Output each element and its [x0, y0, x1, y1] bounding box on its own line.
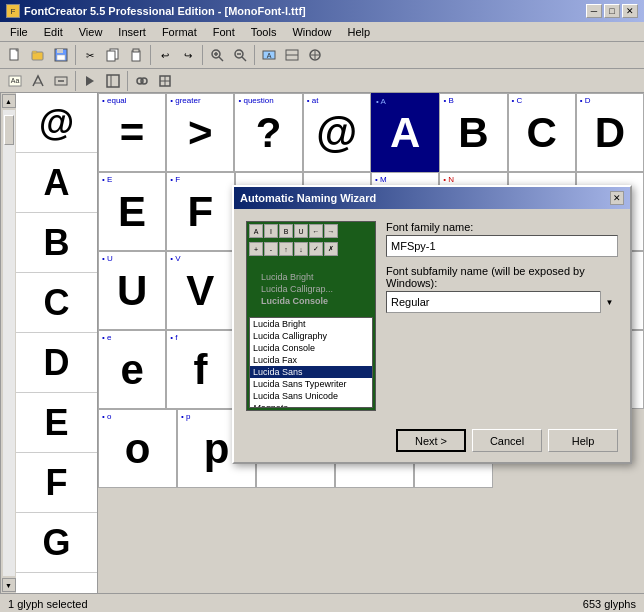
glyph-cell-greater[interactable]: • greater > [166, 93, 234, 172]
sidebar-glyph-F[interactable]: F [16, 453, 97, 513]
menu-window[interactable]: Window [286, 25, 337, 39]
font-list-item[interactable]: Magneto [250, 402, 372, 408]
glyph-cell-question[interactable]: • question ? [234, 93, 302, 172]
sidebar-glyph-at[interactable]: @ [16, 93, 97, 153]
font-tb-btn10[interactable]: ↓ [294, 242, 308, 256]
glyph-cell-A[interactable]: • A A [371, 93, 440, 172]
minimize-button[interactable]: ─ [586, 4, 602, 18]
glyph-cell-o[interactable]: • o o [98, 409, 177, 488]
toolbar-zoom-in[interactable] [206, 44, 228, 66]
svg-text:A: A [267, 52, 272, 59]
font-preview-area: Lucida Bright Lucida Calligrap... Lucida… [247, 258, 375, 317]
font-tb-btn1[interactable]: A [249, 224, 263, 238]
app-icon: F [6, 4, 20, 18]
toolbar2-btn7[interactable] [154, 70, 176, 92]
dialog-form: Font family name: Font subfamily name (w… [386, 221, 618, 411]
glyph-cell-C[interactable]: • C C [508, 93, 576, 172]
toolbar-redo[interactable]: ↪ [177, 44, 199, 66]
menu-edit[interactable]: Edit [38, 25, 69, 39]
toolbar-copy[interactable] [102, 44, 124, 66]
font-list-item[interactable]: Lucida Fax [250, 354, 372, 366]
toolbar-cut[interactable]: ✂ [79, 44, 101, 66]
font-list-item-selected[interactable]: Lucida Sans [250, 366, 372, 378]
title-bar: F FontCreator 5.5 Professional Edition -… [0, 0, 644, 22]
font-list-item[interactable]: Lucida Console [250, 342, 372, 354]
menu-format[interactable]: Format [156, 25, 203, 39]
glyph-cell-F[interactable]: • F F [166, 172, 234, 251]
help-button[interactable]: Help [548, 429, 618, 452]
sidebar-glyph-G[interactable]: G [16, 513, 97, 573]
subfamily-select[interactable]: Regular Bold Italic Bold Italic [386, 291, 618, 313]
sidebar-glyph-D[interactable]: D [16, 333, 97, 393]
toolbar2-btn3[interactable] [50, 70, 72, 92]
font-list-item[interactable]: Lucida Sans Typewriter [250, 378, 372, 390]
sidebar-glyph-A[interactable]: A [16, 153, 97, 213]
menu-view[interactable]: View [73, 25, 109, 39]
sidebar-glyph-B[interactable]: B [16, 213, 97, 273]
toolbar2-btn1[interactable]: Aa [4, 70, 26, 92]
font-tb-btn9[interactable]: ↑ [279, 242, 293, 256]
menu-file[interactable]: File [4, 25, 34, 39]
toolbar2-btn5[interactable] [102, 70, 124, 92]
menu-help[interactable]: Help [342, 25, 377, 39]
glyph-cell-f[interactable]: • f f [166, 330, 234, 409]
dialog-preview-panel: A I B U ← → + - ↑ ↓ ✓ ✗ [246, 221, 376, 411]
toolbar-zoom-out[interactable] [229, 44, 251, 66]
toolbar2-btn2[interactable] [27, 70, 49, 92]
sidebar-glyph-C[interactable]: C [16, 273, 97, 333]
font-tb-btn12[interactable]: ✗ [324, 242, 338, 256]
left-scrollbar[interactable]: ▲ ▼ [0, 93, 16, 593]
font-tb-btn11[interactable]: ✓ [309, 242, 323, 256]
scroll-thumb[interactable] [4, 115, 14, 145]
dialog-close-button[interactable]: ✕ [610, 191, 624, 205]
font-tb-btn4[interactable]: U [294, 224, 308, 238]
svg-point-34 [141, 78, 147, 84]
toolbar2-btn4[interactable] [79, 70, 101, 92]
font-list-item[interactable]: Lucida Calligraphy [250, 330, 372, 342]
sidebar-glyph-E[interactable]: E [16, 393, 97, 453]
svg-rect-5 [57, 49, 63, 53]
menu-insert[interactable]: Insert [112, 25, 152, 39]
svg-rect-6 [57, 55, 65, 60]
glyph-cell-U[interactable]: • U U [98, 251, 166, 330]
font-tb-btn7[interactable]: + [249, 242, 263, 256]
font-tb-btn8[interactable]: - [264, 242, 278, 256]
scroll-up[interactable]: ▲ [2, 94, 16, 108]
toolbar-extra3[interactable] [304, 44, 326, 66]
toolbar-extra1[interactable]: A [258, 44, 280, 66]
glyph-cell-V[interactable]: • V V [166, 251, 234, 330]
font-list-item[interactable]: Lucida Sans Unicode [250, 390, 372, 402]
dialog-body: A I B U ← → + - ↑ ↓ ✓ ✗ [234, 209, 630, 423]
subfamily-select-wrapper: Regular Bold Italic Bold Italic ▼ [386, 291, 618, 313]
toolbar-save[interactable] [50, 44, 72, 66]
font-list[interactable]: Lucida Bright Lucida Calligraphy Lucida … [249, 317, 373, 408]
scroll-down[interactable]: ▼ [2, 578, 16, 592]
font-tb-btn5[interactable]: ← [309, 224, 323, 238]
font-list-item[interactable]: Lucida Bright [250, 318, 372, 330]
font-tb-btn2[interactable]: I [264, 224, 278, 238]
glyph-cell-e[interactable]: • e e [98, 330, 166, 409]
toolbar2-btn6[interactable] [131, 70, 153, 92]
toolbar-open[interactable] [27, 44, 49, 66]
toolbar-undo[interactable]: ↩ [154, 44, 176, 66]
scroll-track[interactable] [3, 110, 15, 576]
glyph-cell-equal[interactable]: • equal = [98, 93, 166, 172]
glyph-cell-B[interactable]: • B B [439, 93, 507, 172]
next-button[interactable]: Next > [396, 429, 466, 452]
maximize-button[interactable]: □ [604, 4, 620, 18]
family-name-input[interactable] [386, 235, 618, 257]
menu-tools[interactable]: Tools [245, 25, 283, 39]
font-tb-btn6[interactable]: → [324, 224, 338, 238]
glyph-cell-D[interactable]: • D D [576, 93, 644, 172]
toolbar-new[interactable] [4, 44, 26, 66]
toolbar-paste[interactable] [125, 44, 147, 66]
svg-rect-10 [133, 49, 139, 52]
svg-rect-3 [32, 51, 37, 53]
toolbar-extra2[interactable] [281, 44, 303, 66]
menu-font[interactable]: Font [207, 25, 241, 39]
cancel-button[interactable]: Cancel [472, 429, 542, 452]
font-tb-btn3[interactable]: B [279, 224, 293, 238]
glyph-cell-E[interactable]: • E E [98, 172, 166, 251]
close-button[interactable]: ✕ [622, 4, 638, 18]
glyph-cell-at[interactable]: • at @ [303, 93, 371, 172]
